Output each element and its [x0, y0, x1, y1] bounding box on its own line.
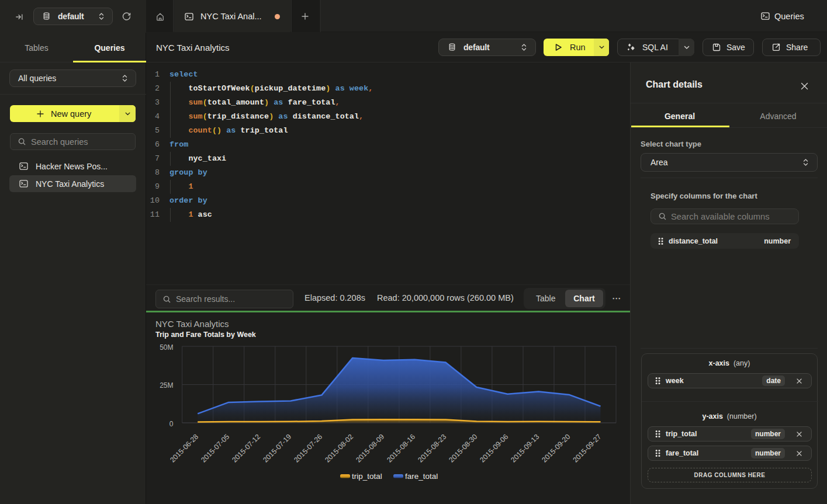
svg-text:2015-07-26: 2015-07-26: [292, 433, 324, 464]
svg-text:25M: 25M: [160, 381, 173, 390]
svg-text:2015-09-13: 2015-09-13: [509, 433, 541, 464]
svg-text:2015-07-05: 2015-07-05: [199, 433, 231, 464]
svg-text:fare_total: fare_total: [405, 472, 438, 481]
svg-text:2015-07-19: 2015-07-19: [261, 433, 293, 464]
svg-text:trip_total: trip_total: [352, 472, 382, 481]
svg-text:2015-09-20: 2015-09-20: [540, 433, 572, 464]
svg-text:2015-09-27: 2015-09-27: [571, 433, 603, 464]
svg-text:0: 0: [169, 420, 174, 428]
svg-text:2015-06-28: 2015-06-28: [168, 433, 200, 464]
svg-text:2015-08-23: 2015-08-23: [416, 433, 448, 464]
svg-text:2015-08-09: 2015-08-09: [354, 433, 386, 464]
svg-text:2015-07-12: 2015-07-12: [230, 433, 262, 464]
svg-text:2015-08-16: 2015-08-16: [385, 433, 417, 464]
svg-text:2015-08-30: 2015-08-30: [447, 433, 479, 464]
svg-text:50M: 50M: [160, 343, 173, 352]
svg-text:2015-08-02: 2015-08-02: [323, 433, 355, 464]
svg-text:2015-09-06: 2015-09-06: [478, 433, 510, 464]
